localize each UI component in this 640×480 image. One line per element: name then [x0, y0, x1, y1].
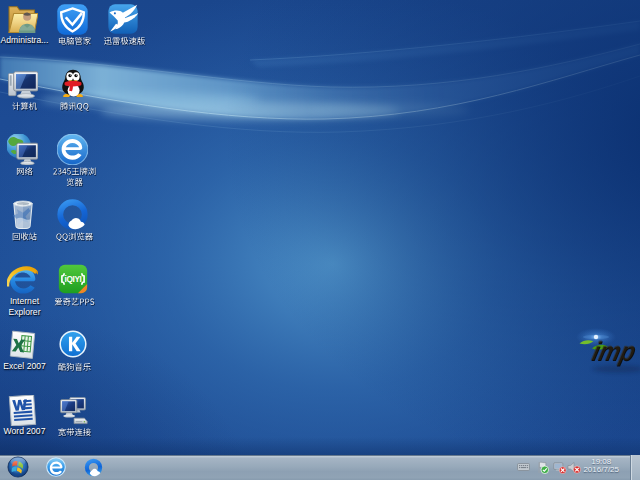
- svg-text:imp: imp: [589, 336, 639, 365]
- svg-text:iQIYI: iQIYI: [64, 276, 81, 285]
